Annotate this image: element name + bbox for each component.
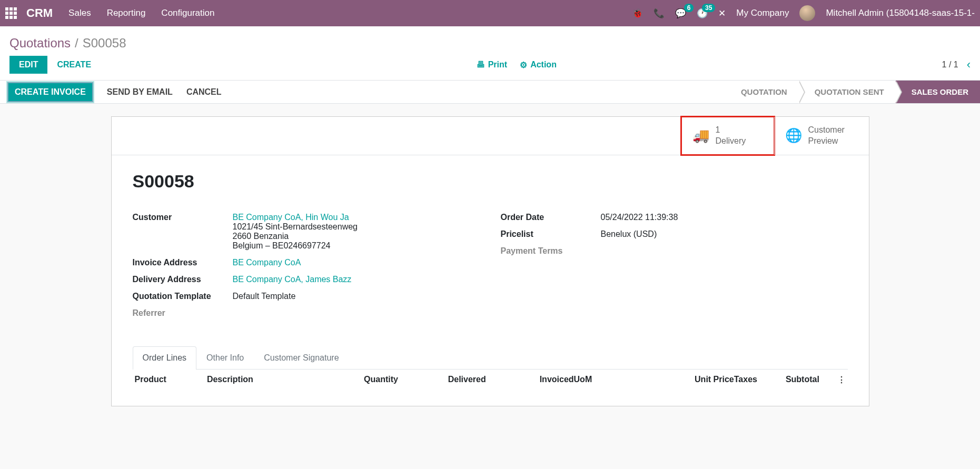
breadcrumb-sep: / [75, 36, 78, 51]
preview-line1: Customer [808, 125, 845, 136]
customer-addr2: 2660 Benzania [233, 232, 358, 241]
action-label: Action [530, 60, 557, 69]
messages-icon[interactable]: 💬6 [675, 8, 686, 19]
delivery-count: 1 [716, 125, 746, 136]
delivery-address-link[interactable]: BE Company CoA, James Bazz [233, 275, 352, 284]
value-pricelist: Benelux (USD) [601, 229, 657, 239]
status-sales-order[interactable]: SALES ORDER [896, 81, 980, 103]
phone-icon[interactable]: 📞 [654, 8, 665, 19]
pager-prev[interactable]: ‹ [967, 58, 971, 72]
nav-right: 🐞 📞 💬6 🕐35 ✕ My Company Mitchell Admin (… [632, 5, 975, 21]
app-brand[interactable]: CRM [26, 6, 53, 20]
label-invoice-address: Invoice Address [133, 258, 233, 267]
customer-preview-button[interactable]: 🌐 Customer Preview [774, 117, 869, 155]
activities-badge: 35 [702, 4, 715, 12]
order-lines-header: Product Description Quantity Delivered I… [133, 370, 848, 390]
print-button[interactable]: 🖶Print [477, 60, 507, 70]
customer-link[interactable]: BE Company CoA, Hin Wou Ja [233, 213, 349, 222]
create-button[interactable]: CREATE [57, 60, 91, 69]
print-icon: 🖶 [477, 60, 485, 69]
col-description: Description [207, 375, 310, 385]
tabs: Order Lines Other Info Customer Signatur… [133, 346, 848, 370]
apps-icon[interactable] [5, 7, 17, 19]
action-bar: CREATE INVOICE SEND BY EMAIL CANCEL QUOT… [0, 81, 980, 104]
activities-icon[interactable]: 🕐35 [697, 8, 708, 19]
status-quotation-sent[interactable]: QUOTATION SENT [799, 81, 896, 103]
value-order-date: 05/24/2022 11:39:38 [601, 213, 678, 222]
tab-order-lines[interactable]: Order Lines [133, 346, 197, 370]
pager: 1 / 1 ‹ [942, 58, 971, 72]
action-button[interactable]: ⚙Action [520, 60, 557, 70]
label-customer: Customer [133, 213, 233, 251]
label-delivery-address: Delivery Address [133, 275, 233, 284]
truck-icon: 🚚 [692, 127, 709, 144]
col-quantity: Quantity [310, 375, 398, 385]
company-selector[interactable]: My Company [736, 8, 789, 18]
preview-line2: Preview [808, 136, 845, 147]
globe-icon: 🌐 [785, 127, 802, 144]
send-email-button[interactable]: SEND BY EMAIL [107, 87, 173, 97]
col-delivered: Delivered [398, 375, 486, 385]
center-actions: 🖶Print ⚙Action [91, 60, 942, 70]
nav-sales[interactable]: Sales [68, 8, 91, 18]
breadcrumb-parent[interactable]: Quotations [9, 36, 71, 51]
bug-icon[interactable]: 🐞 [632, 8, 643, 19]
label-order-date: Order Date [501, 213, 601, 222]
customer-addr1: 1021/45 Sint-Bernardsesteenweg [233, 222, 358, 232]
col-unit-price: Unit Price [636, 375, 734, 385]
label-pricelist: Pricelist [501, 229, 601, 239]
nav-menu: Sales Reporting Configuration [68, 8, 632, 18]
tools-icon[interactable]: ✕ [718, 8, 726, 19]
create-invoice-button[interactable]: CREATE INVOICE [7, 82, 93, 102]
content-wrap: Quotations / S00058 EDIT CREATE 🖶Print ⚙… [0, 26, 980, 469]
top-navbar: CRM Sales Reporting Configuration 🐞 📞 💬6… [0, 0, 980, 26]
label-referrer: Referrer [133, 308, 233, 318]
status-bar: QUOTATION QUOTATION SENT SALES ORDER [725, 81, 980, 103]
print-label: Print [488, 60, 507, 69]
pager-text: 1 / 1 [942, 60, 958, 69]
invoice-address-link[interactable]: BE Company CoA [233, 258, 301, 267]
status-quotation[interactable]: QUOTATION [725, 81, 799, 103]
gear-icon: ⚙ [520, 60, 527, 70]
control-bar: EDIT CREATE 🖶Print ⚙Action 1 / 1 ‹ [0, 54, 980, 81]
label-quotation-template: Quotation Template [133, 292, 233, 301]
preview-text: Customer Preview [808, 125, 845, 147]
form-columns: Customer BE Company CoA, Hin Wou Ja 1021… [133, 213, 848, 325]
breadcrumb: Quotations / S00058 [0, 26, 980, 54]
customer-addr3: Belgium – BE0246697724 [233, 241, 358, 251]
nav-configuration[interactable]: Configuration [161, 8, 214, 18]
form-sheet: 🚚 1 Delivery 🌐 Customer Preview S00058 [111, 116, 869, 406]
order-title: S00058 [133, 171, 848, 192]
col-product: Product [135, 375, 207, 385]
edit-button[interactable]: EDIT [9, 56, 47, 74]
col-uom: UoM [574, 375, 636, 385]
delivery-stat-text: 1 Delivery [716, 125, 746, 147]
stat-buttons: 🚚 1 Delivery 🌐 Customer Preview [112, 117, 869, 155]
column-options-icon[interactable]: ⋮ [835, 375, 846, 385]
messages-badge: 6 [684, 4, 694, 12]
sheet-body: S00058 Customer BE Company CoA, Hin Wou … [112, 155, 869, 406]
tab-customer-signature[interactable]: Customer Signature [254, 346, 349, 369]
col-invoiced: Invoiced [486, 375, 574, 385]
tab-other-info[interactable]: Other Info [196, 346, 254, 369]
value-quotation-template: Default Template [233, 292, 296, 301]
sheet-background: 🚚 1 Delivery 🌐 Customer Preview S00058 [0, 104, 980, 469]
col-subtotal: Subtotal [786, 375, 835, 385]
form-col-right: Order Date 05/24/2022 11:39:38 Pricelist… [501, 213, 848, 325]
nav-reporting[interactable]: Reporting [107, 8, 146, 18]
delivery-label: Delivery [716, 136, 746, 147]
col-taxes: Taxes [734, 375, 786, 385]
value-customer: BE Company CoA, Hin Wou Ja 1021/45 Sint-… [233, 213, 358, 251]
form-col-left: Customer BE Company CoA, Hin Wou Ja 1021… [133, 213, 480, 325]
avatar[interactable] [799, 5, 815, 21]
label-payment-terms: Payment Terms [501, 246, 601, 256]
user-menu[interactable]: Mitchell Admin (15804148-saas-15-1- [826, 8, 975, 18]
breadcrumb-current: S00058 [83, 36, 126, 51]
cancel-button[interactable]: CANCEL [186, 87, 222, 97]
delivery-stat-button[interactable]: 🚚 1 Delivery [680, 116, 775, 156]
